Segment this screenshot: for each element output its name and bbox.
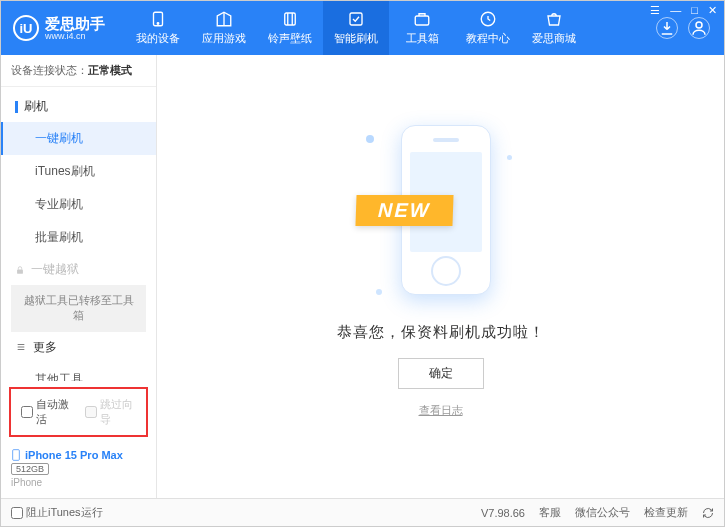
device-info: iPhone 15 Pro Max 512GB iPhone — [1, 443, 156, 498]
device-name-text: iPhone 15 Pro Max — [25, 449, 123, 461]
nav-item-4[interactable]: 工具箱 — [389, 1, 455, 55]
maximize-icon[interactable]: □ — [691, 4, 698, 17]
logo-icon: iU — [13, 15, 39, 41]
nav-item-2[interactable]: 铃声壁纸 — [257, 1, 323, 55]
block-itunes-checkbox[interactable]: 阻止iTunes运行 — [11, 505, 103, 520]
success-message: 恭喜您，保资料刷机成功啦！ — [337, 323, 545, 342]
device-status-label: 设备连接状态： — [11, 64, 88, 76]
footer: 阻止iTunes运行 V7.98.66 客服 微信公众号 检查更新 — [1, 498, 724, 526]
device-type: iPhone — [11, 477, 146, 488]
menu-lines-icon — [15, 342, 27, 352]
nav-icon — [479, 10, 497, 28]
storage-badge: 512GB — [11, 463, 49, 475]
nav-icon — [413, 10, 431, 28]
header: iU 爱思助手 www.i4.cn 我的设备应用游戏铃声壁纸智能刷机工具箱教程中… — [1, 1, 724, 55]
sidebar-head-label: 更多 — [33, 339, 57, 356]
logo: iU 爱思助手 www.i4.cn — [9, 15, 105, 41]
sidebar-head-jailbreak: 一键越狱 — [1, 254, 156, 285]
download-button[interactable] — [656, 17, 678, 39]
checkbox-label: 跳过向导 — [100, 397, 137, 427]
nav-label: 工具箱 — [406, 31, 439, 46]
sidebar-item-flash-2[interactable]: 专业刷机 — [1, 188, 156, 221]
checkbox-label: 阻止iTunes运行 — [26, 505, 103, 520]
nav-label: 智能刷机 — [334, 31, 378, 46]
jailbreak-note: 越狱工具已转移至工具箱 — [11, 285, 146, 332]
options-box: 自动激活 跳过向导 — [9, 387, 148, 437]
nav-item-1[interactable]: 应用游戏 — [191, 1, 257, 55]
nav-icon — [545, 10, 563, 28]
nav-label: 爱思商城 — [532, 31, 576, 46]
sidebar-head-more[interactable]: 更多 — [1, 332, 156, 363]
sidebar-head-label: 刷机 — [24, 98, 48, 115]
sidebar-item-flash-3[interactable]: 批量刷机 — [1, 221, 156, 254]
nav-item-6[interactable]: 爱思商城 — [521, 1, 587, 55]
skip-guide-checkbox[interactable]: 跳过向导 — [85, 397, 137, 427]
success-illustration: NEW — [376, 115, 506, 305]
new-ribbon: NEW — [355, 195, 453, 226]
nav-icon — [215, 10, 233, 28]
device-name[interactable]: iPhone 15 Pro Max — [11, 449, 146, 461]
nav-item-5[interactable]: 教程中心 — [455, 1, 521, 55]
svg-rect-2 — [285, 13, 296, 25]
sidebar-item-flash-1[interactable]: iTunes刷机 — [1, 155, 156, 188]
svg-point-1 — [157, 23, 159, 25]
device-status-value: 正常模式 — [88, 64, 132, 76]
checkbox-label: 自动激活 — [36, 397, 73, 427]
svg-rect-3 — [350, 13, 362, 25]
device-status: 设备连接状态：正常模式 — [1, 55, 156, 87]
app-url: www.i4.cn — [45, 31, 105, 41]
svg-point-6 — [696, 22, 702, 28]
footer-link-update[interactable]: 检查更新 — [644, 505, 688, 520]
menu-icon[interactable]: ☰ — [650, 4, 660, 17]
nav-icon — [149, 10, 167, 28]
nav-label: 教程中心 — [466, 31, 510, 46]
refresh-icon[interactable] — [702, 507, 714, 519]
footer-link-support[interactable]: 客服 — [539, 505, 561, 520]
ok-button[interactable]: 确定 — [398, 358, 484, 389]
sidebar: 设备连接状态：正常模式 刷机 一键刷机iTunes刷机专业刷机批量刷机 一键越狱… — [1, 55, 157, 498]
nav-icon — [281, 10, 299, 28]
sidebar-item-more-0[interactable]: 其他工具 — [1, 363, 156, 381]
nav-label: 我的设备 — [136, 31, 180, 46]
sidebar-head-label: 一键越狱 — [31, 261, 79, 278]
phone-icon — [11, 449, 21, 461]
auto-activate-checkbox[interactable]: 自动激活 — [21, 397, 73, 427]
footer-link-wechat[interactable]: 微信公众号 — [575, 505, 630, 520]
svg-rect-4 — [415, 16, 429, 25]
nav-item-0[interactable]: 我的设备 — [125, 1, 191, 55]
nav-icon — [347, 10, 365, 28]
close-icon[interactable]: ✕ — [708, 4, 717, 17]
lock-icon — [15, 265, 25, 275]
svg-rect-8 — [13, 450, 20, 461]
app-name: 爱思助手 — [45, 16, 105, 31]
sidebar-head-flash[interactable]: 刷机 — [1, 91, 156, 122]
nav-label: 应用游戏 — [202, 31, 246, 46]
nav-item-3[interactable]: 智能刷机 — [323, 1, 389, 55]
main-content: NEW 恭喜您，保资料刷机成功啦！ 确定 查看日志 — [157, 55, 724, 498]
svg-rect-7 — [17, 269, 23, 273]
version-text: V7.98.66 — [481, 507, 525, 519]
minimize-icon[interactable]: — — [670, 4, 681, 17]
top-nav: 我的设备应用游戏铃声壁纸智能刷机工具箱教程中心爱思商城 — [125, 1, 656, 55]
user-button[interactable] — [688, 17, 710, 39]
sidebar-item-flash-0[interactable]: 一键刷机 — [1, 122, 156, 155]
nav-label: 铃声壁纸 — [268, 31, 312, 46]
view-log-link[interactable]: 查看日志 — [419, 403, 463, 418]
